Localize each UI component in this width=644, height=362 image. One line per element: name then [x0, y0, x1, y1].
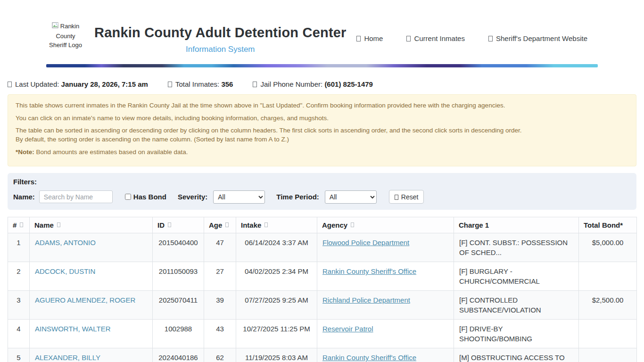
inmate-name-link[interactable]: AGUERO ALMENDEZ, ROGER — [35, 296, 135, 304]
last-updated-value: January 28, 2026, 7:15 am — [61, 80, 148, 88]
col-header-agency[interactable]: Agency — [317, 217, 454, 233]
reset-filters-button[interactable]: Reset — [389, 190, 424, 204]
sheriff-logo-broken-image: Rankin County Sheriff Logo — [46, 22, 85, 62]
charge-1: [F] BURGLARY - CHURCH/COMMERCIAL — [454, 262, 579, 291]
charge-1: [F] CONT. SUBST.: POSSESSION OF SCHED... — [454, 233, 579, 262]
inmate-table-wrap: # Name ID Age Intake Agency Charge 1 Tot… — [8, 217, 636, 362]
charge-1: [F] CONTROLLED SUBSTANCE/VIOLATION — [454, 291, 579, 320]
table-row: 5 ALEXANDER, BILLY 2024040186 62 11/19/2… — [8, 348, 637, 362]
row-number: 5 — [8, 348, 30, 362]
title-block: Rankin County Adult Detention Center Inf… — [94, 25, 347, 62]
total-bond — [579, 348, 637, 362]
time-period-select[interactable]: All — [325, 190, 377, 204]
table-row: 4 AINSWORTH, WALTER 1002988 43 10/27/202… — [8, 320, 637, 348]
col-header-total-bond[interactable]: Total Bond* — [579, 217, 637, 233]
row-number: 3 — [8, 291, 30, 320]
page-subtitle: Information System — [94, 45, 347, 54]
severity-select[interactable]: All — [213, 190, 265, 204]
inmate-age: 43 — [204, 320, 236, 348]
sort-icon — [264, 222, 268, 227]
total-bond: $2,500.00 — [579, 291, 637, 320]
page: Rankin County Sheriff Logo Rankin County… — [0, 0, 644, 362]
inmate-id: 2015040400 — [153, 233, 204, 262]
agency-link[interactable]: Reservoir Patrol — [322, 325, 373, 333]
table-row: 2 ADCOCK, DUSTIN 2011050093 27 04/02/202… — [8, 262, 637, 291]
total-bond — [579, 262, 637, 291]
nav-home[interactable]: Home — [356, 34, 383, 42]
notice-line-2: You can click on an inmate's name to vie… — [16, 114, 628, 123]
col-header-age[interactable]: Age — [204, 217, 236, 233]
agency-link[interactable]: Rankin County Sheriff's Office — [322, 267, 416, 275]
nav-sheriff-website-label: Sheriff's Department Website — [496, 34, 587, 42]
charge-1: [M] OBSTRUCTING ACCESS TO EMERGENCY A... — [454, 348, 579, 362]
inmates-icon — [406, 36, 411, 41]
time-period-label: Time Period: — [276, 193, 319, 201]
sort-icon — [351, 222, 354, 227]
filter-bar: Filters: Name: Has Bond Severity: All Ti… — [8, 173, 636, 210]
inmate-name-link[interactable]: ADCOCK, DUSTIN — [35, 267, 95, 275]
severity-label: Severity: — [178, 193, 207, 201]
clock-icon — [8, 82, 12, 87]
phone-icon — [253, 82, 257, 87]
total-inmates-value: 356 — [221, 80, 233, 88]
people-icon — [168, 82, 172, 87]
inmate-id: 2024040186 — [153, 348, 204, 362]
page-title: Rankin County Adult Detention Center — [94, 25, 347, 41]
intake-datetime: 04/02/2025 2:34 PM — [236, 262, 317, 291]
sort-icon — [57, 222, 60, 227]
inmate-name-link[interactable]: ADAMS, ANTONIO — [35, 239, 96, 247]
total-inmates: Total Inmates: 356 — [168, 80, 233, 88]
row-number: 2 — [8, 262, 30, 291]
sort-icon — [20, 222, 23, 227]
charge-1: [F] DRIVE-BY SHOOTING/BOMBING — [454, 320, 579, 348]
inmate-age: 62 — [204, 348, 236, 362]
inmate-name-link[interactable]: AINSWORTH, WALTER — [35, 325, 111, 333]
intake-datetime: 11/19/2025 8:03 AM — [236, 348, 317, 362]
col-header-id[interactable]: ID — [153, 217, 204, 233]
reset-icon — [395, 195, 398, 200]
row-number: 1 — [8, 233, 30, 262]
info-bar: Last Updated: January 28, 2026, 7:15 am … — [8, 80, 636, 88]
jail-phone-value: (601) 825-1479 — [324, 80, 373, 88]
has-bond-checkbox[interactable] — [125, 194, 131, 200]
notice-line-1: This table shows current inmates in the … — [16, 101, 628, 110]
notice-note: *Note: Bond amounts are estimates based … — [16, 148, 628, 157]
sort-icon — [225, 222, 229, 227]
broken-image-icon — [52, 22, 59, 32]
nav-current-inmates-label: Current Inmates — [414, 34, 465, 42]
home-icon — [356, 36, 361, 41]
inmate-age: 47 — [204, 233, 236, 262]
has-bond-group: Has Bond — [125, 193, 166, 201]
total-bond: $5,000.00 — [579, 233, 637, 262]
table-header-row: # Name ID Age Intake Agency Charge 1 Tot… — [8, 217, 637, 233]
nav-current-inmates[interactable]: Current Inmates — [406, 34, 465, 42]
nav-home-label: Home — [364, 34, 383, 42]
name-filter-label: Name: — [13, 193, 35, 201]
filters-title: Filters: — [13, 178, 631, 186]
row-number: 4 — [8, 320, 30, 348]
col-header-name[interactable]: Name — [30, 217, 153, 233]
intake-datetime: 06/14/2024 3:37 AM — [236, 233, 317, 262]
agency-link[interactable]: Flowood Police Department — [322, 239, 409, 247]
intake-datetime: 10/27/2025 11:25 PM — [236, 320, 317, 348]
sort-icon — [168, 222, 171, 227]
table-row: 1 ADAMS, ANTONIO 2015040400 47 06/14/202… — [8, 233, 637, 262]
inmate-id: 2025070411 — [153, 291, 204, 320]
inmate-table: # Name ID Age Intake Agency Charge 1 Tot… — [8, 217, 637, 362]
agency-link[interactable]: Rankin County Sheriff's Office — [322, 354, 416, 362]
header-gradient-divider — [46, 64, 598, 67]
col-header-charge1: Charge 1 — [454, 217, 579, 233]
nav-sheriff-website[interactable]: Sheriff's Department Website — [488, 34, 587, 42]
notice-box: This table shows current inmates in the … — [8, 94, 636, 166]
last-updated: Last Updated: January 28, 2026, 7:15 am — [8, 80, 148, 88]
col-header-num[interactable]: # — [8, 217, 30, 233]
notice-line-3: The table can be sorted in ascending or … — [16, 126, 628, 144]
col-header-intake[interactable]: Intake — [236, 217, 317, 233]
intake-datetime: 07/27/2025 9:25 AM — [236, 291, 317, 320]
inmate-name-link[interactable]: ALEXANDER, BILLY — [35, 354, 100, 362]
name-search-input[interactable] — [39, 190, 113, 203]
site-header: Rankin County Sheriff Logo Rankin County… — [46, 21, 598, 62]
agency-link[interactable]: Richland Police Department — [322, 296, 410, 304]
external-link-icon — [488, 36, 493, 41]
total-bond — [579, 320, 637, 348]
